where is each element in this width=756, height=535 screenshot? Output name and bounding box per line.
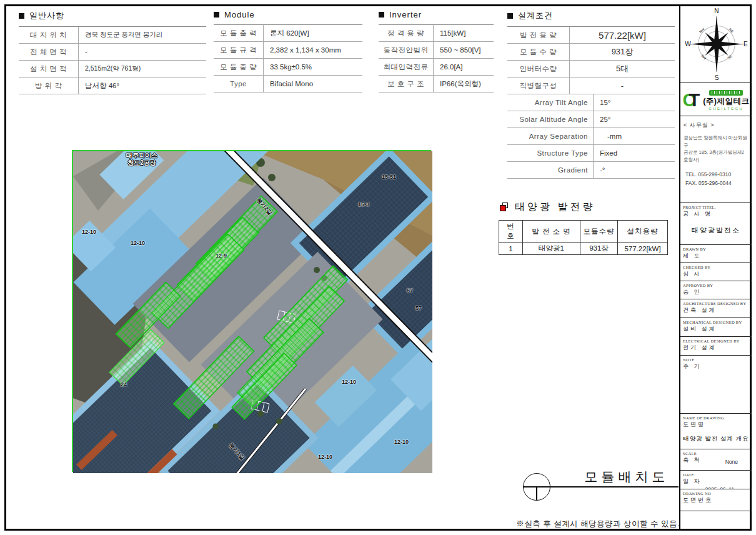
design-conditions-table: 설계조건 발 전 용 량577.22[kW] 모 듈 수 량931장 인버터수량…	[507, 10, 675, 179]
spec-value: 15°	[594, 94, 675, 111]
spec-label: Type	[214, 76, 264, 92]
spec-value: -	[570, 78, 675, 94]
spec-label: Structure Type	[507, 145, 594, 161]
factory-name-label: 대주피이스청도2공장	[104, 152, 179, 166]
section-header: Module	[214, 10, 362, 19]
drawn-by-section: DRAWN BY 제 도	[680, 245, 752, 263]
table-row: 직병렬구성-	[507, 78, 675, 94]
svg-text:E: E	[744, 41, 748, 48]
svg-text:W: W	[685, 41, 691, 48]
spec-label: Array Tilt Angle	[507, 94, 594, 111]
table-row: Solar Altitude Angle25°	[507, 111, 675, 128]
parcel-label: 12-10	[318, 454, 332, 460]
spec-value: 2,515m2(약 761평)	[79, 61, 206, 77]
section-header: 일반사항	[19, 10, 206, 21]
office-address-2: 금강로 185, 3층(명가빌딩제2호청사)	[684, 149, 749, 163]
parcel-label: 12-9	[216, 252, 227, 259]
spec-label: 인버터수량	[507, 61, 570, 77]
office-header: < 사무실 >	[684, 121, 749, 129]
drawing-name-value: 태양광 발전 설계 개요	[680, 435, 752, 443]
table-header-row: 번 호 발 전 소 명 모듈수량 설치용량	[499, 221, 668, 242]
title-block: N S W E NW NE SW SE CT (주)제일테크 CHEILTECH	[679, 6, 752, 529]
scale-section: SCALE 축 척 None	[680, 449, 752, 471]
cell-module-count: 931장	[580, 242, 618, 255]
table-row: 모 듈 수 량931장	[507, 44, 675, 61]
table-row: 모 듈 중 량33.5kg±0.5%	[214, 59, 362, 76]
parcel-label: 57	[407, 288, 413, 294]
spec-value: 남서향 46°	[79, 78, 206, 94]
table-row: 대 지 위 치경북 청도군 풍각면 봉기리	[19, 27, 206, 44]
spec-value: 5대	[570, 61, 675, 77]
general-info-table: 일반사항 대 지 위 치경북 청도군 풍각면 봉기리 전 체 면 적- 설 치 …	[19, 10, 206, 94]
table-row: 전 체 면 적-	[19, 44, 206, 61]
approved-by-section: APPROVED BY 승 인	[680, 281, 752, 299]
spec-value: -°	[594, 162, 675, 178]
parcel-label: 12-10	[82, 229, 96, 235]
table-row: Array Separation-mm	[507, 128, 675, 145]
generation-section-header: 태양광 발전량	[500, 201, 595, 214]
parcel-label: 12-10	[394, 439, 409, 445]
section-bullet-icon	[214, 12, 219, 18]
map-graphic	[73, 151, 432, 473]
spec-label: 발 전 용 량	[507, 27, 570, 43]
section-bullet-icon	[507, 13, 513, 19]
column-header: 설치용량	[618, 221, 668, 242]
spec-value: 931장	[570, 44, 675, 60]
checked-by-section: CHECKED BY 심 사	[680, 263, 752, 281]
spec-label: Array Separation	[507, 128, 594, 144]
spec-value: 25°	[594, 111, 675, 128]
spec-label: 직병렬구성	[507, 78, 570, 94]
table-row: Structure TypeFixed	[507, 145, 675, 162]
mechanical-designed-section: MECHANICAL DESIGNED BY 설비 설계	[680, 318, 752, 337]
spec-value: 26.0[A]	[434, 59, 494, 75]
satellite-layout-map: 대주피이스청도2공장 12-10 12-10 15-51 15-3 12-9 5…	[72, 150, 431, 472]
layers-icon	[500, 202, 509, 212]
cell-number: 1	[499, 242, 523, 255]
section-header: 설계조건	[507, 10, 675, 21]
section-header: Inverter	[379, 10, 494, 19]
spec-label: 방 위 각	[19, 78, 79, 94]
spec-label: 최대입력전류	[379, 59, 434, 75]
svg-text:N: N	[714, 8, 719, 14]
parcel-label: 12-10	[131, 240, 145, 246]
table-row: 정 격 용 량115[kW]	[379, 25, 494, 42]
footnote: ※실측 후 설계시 해당용량과 상이할 수 있음.	[514, 519, 680, 529]
company-logo-icon: CT	[683, 91, 700, 109]
company-name-en: CHEILTECH	[709, 107, 744, 111]
office-fax: FAX. 055-296-0044	[685, 179, 749, 188]
drawing-name-section: NAME OF DRAWING 도면명 태양광 발전 설계 개요	[680, 414, 752, 449]
company-name: (주)제일테크	[703, 96, 749, 107]
compass-rose-icon: N S W E NW NE SW SE	[680, 6, 752, 82]
spec-label: 동작전압범위	[379, 42, 434, 58]
spec-label: 대 지 위 치	[19, 27, 79, 43]
spec-value: Fixed	[594, 145, 675, 161]
cell-plant-name: 태양광1	[523, 242, 580, 255]
note-section: NOTE 주 기	[680, 356, 752, 414]
project-title-section: PROJECT TITEL. 공 사 명 태양광발전소	[680, 203, 752, 245]
electrical-designed-section: ELECTRICAL DESIGNED BY 전기 설계	[680, 337, 752, 356]
section-title: 일반사항	[29, 10, 64, 21]
project-title-value: 태양광발전소	[680, 226, 752, 235]
column-header: 발 전 소 명	[523, 221, 580, 242]
spec-value: -	[79, 44, 206, 60]
spec-label: 전 체 면 적	[19, 44, 79, 60]
scale-value: None	[725, 459, 738, 465]
spec-label: 보 호 구 조	[379, 76, 434, 92]
column-header: 번 호	[499, 221, 523, 242]
table-row: 1 태양광1 931장 577.22[kW]	[499, 242, 668, 255]
section-bullet-icon	[379, 12, 384, 18]
section-title: Inverter	[389, 10, 422, 19]
parcel-label: 57	[415, 305, 422, 311]
column-header: 모듈수량	[580, 221, 618, 242]
table-row: 발 전 용 량577.22[kW]	[507, 27, 675, 44]
drawing-title: 모듈배치도	[575, 468, 679, 486]
date-section: DATE 일 자 2025. 06. 11.	[680, 471, 752, 489]
table-row: 보 호 구 조IP66(옥외형)	[379, 76, 494, 92]
table-row: Array Tilt Angle15°	[507, 94, 675, 111]
spec-label: 모 듈 규 격	[214, 42, 264, 58]
generation-title: 태양광 발전량	[515, 201, 595, 214]
office-tel: TEL. 055-299-0310	[685, 170, 749, 179]
spec-label: 설 치 면 적	[19, 61, 79, 77]
spec-value: -mm	[594, 128, 675, 144]
generation-table: 번 호 발 전 소 명 모듈수량 설치용량 1 태양광1 931장 577.22…	[499, 220, 668, 255]
